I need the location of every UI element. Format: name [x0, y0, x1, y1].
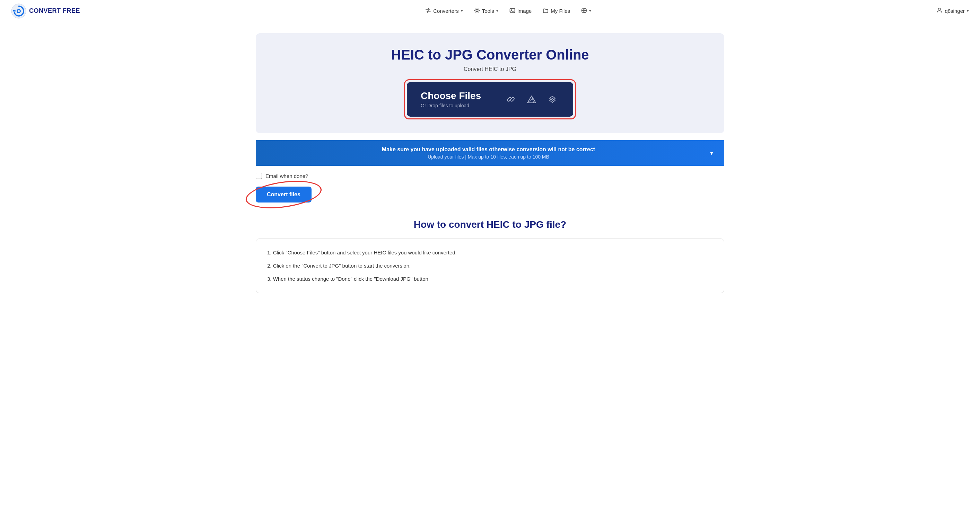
- info-banner: Make sure you have uploaded valid files …: [256, 140, 724, 166]
- svg-point-3: [476, 10, 478, 11]
- nav-menu: Converters ▾ Tools ▾ Image My Files: [425, 6, 591, 16]
- upload-dropzone[interactable]: Choose Files Or Drop files to upload: [407, 82, 573, 117]
- email-checkbox-label[interactable]: Email when done?: [256, 173, 724, 179]
- upload-text-area: Choose Files Or Drop files to upload: [421, 90, 493, 108]
- upload-icons-row: [504, 92, 559, 106]
- nav-myfiles[interactable]: My Files: [542, 6, 570, 16]
- google-drive-button[interactable]: [525, 92, 539, 106]
- step-3: 3. When the status change to "Done" clic…: [267, 275, 713, 283]
- step-2: 2. Click on the "Convert to JPG" button …: [267, 262, 713, 270]
- options-area: Email when done?: [256, 166, 724, 183]
- svg-line-8: [510, 98, 512, 100]
- upload-container: Choose Files Or Drop files to upload: [264, 82, 716, 117]
- nav-image[interactable]: Image: [509, 6, 532, 16]
- converters-chevron: ▾: [461, 9, 463, 13]
- logo-area: CONVERT FREE: [11, 3, 80, 19]
- converters-icon: [425, 8, 431, 14]
- brand-name: CONVERT FREE: [29, 7, 80, 14]
- how-to-section: How to convert HEIC to JPG file? 1. Clic…: [256, 219, 724, 293]
- convert-button-wrapper: Convert files: [256, 187, 312, 203]
- navbar: CONVERT FREE Converters ▾ Tools ▾ Image: [0, 0, 980, 22]
- main-content: HEIC to JPG Converter Online Convert HEI…: [247, 22, 733, 304]
- tools-chevron: ▾: [496, 9, 498, 13]
- banner-text-area: Make sure you have uploaded valid files …: [267, 146, 710, 160]
- banner-sub-text: Upload your files | Max up to 10 files, …: [267, 154, 710, 160]
- svg-point-2: [18, 10, 20, 12]
- drop-files-label: Or Drop files to upload: [421, 103, 493, 108]
- upload-box-wrapper: Choose Files Or Drop files to upload: [407, 82, 573, 117]
- dropbox-button[interactable]: [546, 92, 559, 106]
- banner-main-text: Make sure you have uploaded valid files …: [267, 146, 710, 153]
- hero-section: HEIC to JPG Converter Online Convert HEI…: [256, 33, 724, 133]
- user-menu[interactable]: q8singer ▾: [936, 7, 969, 14]
- globe-icon: [581, 8, 587, 14]
- banner-chevron-icon[interactable]: ▾: [710, 149, 713, 157]
- nav-tools[interactable]: Tools ▾: [474, 6, 498, 16]
- steps-box: 1. Click "Choose Files" button and selec…: [256, 238, 724, 293]
- page-subtitle: Convert HEIC to JPG: [264, 66, 716, 72]
- how-to-title: How to convert HEIC to JPG file?: [256, 219, 724, 230]
- nav-language[interactable]: ▾: [581, 6, 591, 16]
- choose-files-label: Choose Files: [421, 90, 493, 101]
- nav-converters[interactable]: Converters ▾: [425, 6, 463, 16]
- user-chevron: ▾: [967, 9, 969, 13]
- logo-icon: [11, 3, 26, 19]
- email-checkbox-input[interactable]: [256, 173, 262, 179]
- page-title: HEIC to JPG Converter Online: [264, 47, 716, 63]
- svg-point-7: [939, 8, 941, 11]
- user-icon: [936, 7, 943, 14]
- image-icon: [509, 8, 515, 14]
- tools-icon: [474, 8, 480, 14]
- myfiles-icon: [542, 8, 549, 14]
- navbar-right: q8singer ▾: [936, 7, 969, 14]
- link-upload-button[interactable]: [504, 92, 518, 106]
- language-chevron: ▾: [589, 9, 591, 13]
- convert-button[interactable]: Convert files: [256, 187, 312, 203]
- step-1: 1. Click "Choose Files" button and selec…: [267, 249, 713, 257]
